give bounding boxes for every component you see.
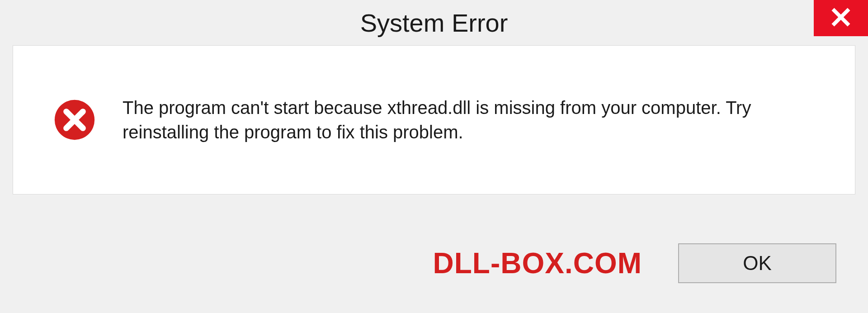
title-bar: System Error	[0, 0, 868, 45]
close-button[interactable]	[814, 0, 868, 36]
content-panel: The program can't start because xthread.…	[13, 45, 855, 194]
watermark-text: DLL-BOX.COM	[433, 247, 642, 280]
ok-button[interactable]: OK	[678, 243, 836, 283]
dialog-footer: DLL-BOX.COM OK	[0, 232, 868, 313]
error-dialog-window: System Error The program can't start bec…	[0, 0, 868, 313]
error-icon	[54, 99, 95, 141]
close-icon	[831, 7, 851, 29]
error-message: The program can't start because xthread.…	[123, 95, 837, 144]
dialog-title: System Error	[360, 8, 508, 38]
ok-button-label: OK	[743, 252, 772, 275]
